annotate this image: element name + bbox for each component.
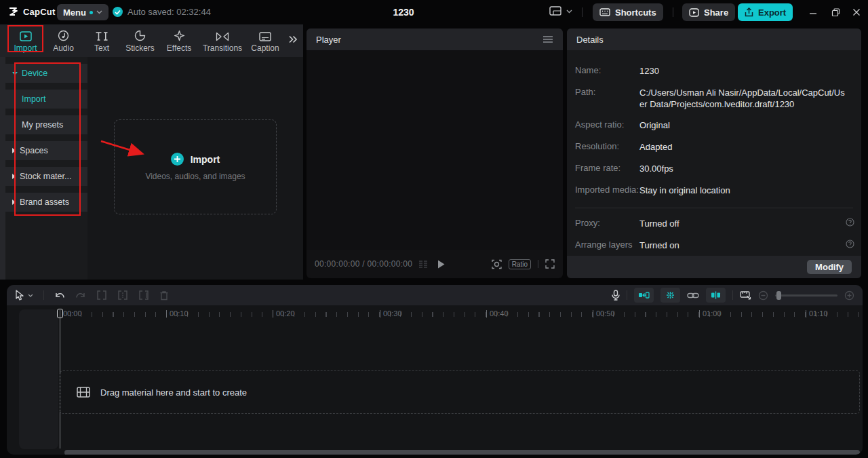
sidebar-item-label: My presets [22, 120, 63, 130]
tab-effects[interactable]: Effects [159, 24, 199, 57]
ruler-label: 01:10 [806, 309, 828, 318]
shortcuts-label: Shortcuts [615, 7, 656, 18]
stickers-icon [134, 29, 146, 41]
tab-transitions[interactable]: Transitions [199, 24, 246, 57]
slider-track[interactable] [775, 294, 837, 297]
autosave-check-icon [113, 7, 123, 17]
share-button[interactable]: Share [682, 3, 735, 21]
player-controls-divider [538, 260, 538, 268]
sidebar-item-spaces[interactable]: Spaces [5, 141, 87, 160]
chevron-down-icon[interactable] [566, 9, 572, 14]
chevron-down-icon [96, 10, 102, 14]
tab-text[interactable]: Text [83, 24, 121, 57]
sidebar-item-device[interactable]: Device [5, 64, 87, 83]
help-icon[interactable] [846, 218, 854, 227]
play-button[interactable] [437, 260, 445, 269]
toolbar-divider [627, 290, 627, 300]
zoom-in-icon[interactable] [844, 290, 854, 301]
tab-import[interactable]: Import [7, 24, 44, 57]
tab-audio[interactable]: Audio [44, 24, 83, 57]
horizontal-scrollbar[interactable] [64, 450, 860, 455]
detail-value: Original [639, 119, 843, 131]
split-left-icon[interactable] [96, 290, 107, 300]
layout-switch-icon[interactable] [549, 6, 561, 16]
main-track-magnet-toggle[interactable] [634, 288, 654, 303]
export-button[interactable]: Export [738, 3, 793, 21]
track-height-icon[interactable] [740, 290, 751, 300]
ruler-label: 00:10 [166, 309, 189, 318]
sidebar-item-brand-assets[interactable]: Brand assets [5, 193, 87, 212]
ruler-label: 00:40 [486, 309, 509, 318]
menu-button[interactable]: Menu [57, 4, 108, 20]
shortcuts-button[interactable]: Shortcuts [593, 3, 663, 21]
timeline-section: 00:00 00:10 00:20 00:30 00:40 00:50 01:0… [0, 280, 868, 458]
modify-button[interactable]: Modify [807, 260, 852, 274]
capcut-logo: CapCut [8, 6, 55, 17]
tab-label: Stickers [125, 43, 155, 53]
timeline-zoom-slider[interactable] [775, 294, 837, 297]
topbar-divider [673, 7, 673, 17]
minimize-button[interactable] [804, 4, 822, 20]
zoom-out-icon[interactable] [758, 290, 768, 301]
split-icon[interactable] [117, 290, 128, 300]
delete-icon[interactable] [159, 290, 169, 301]
select-tool-icon[interactable] [15, 290, 24, 301]
redo-icon[interactable] [75, 291, 86, 300]
detail-value: 30.00fps [639, 163, 843, 174]
slider-handle[interactable] [776, 291, 781, 300]
frame-view-icon[interactable] [418, 260, 428, 268]
audio-icon [58, 29, 69, 41]
keyboard-icon [599, 8, 610, 16]
sidebar-item-stock-materials[interactable]: Stock mater... [5, 167, 87, 186]
microphone-icon[interactable] [612, 290, 620, 301]
close-button[interactable] [848, 4, 865, 20]
preview-axis-toggle[interactable] [706, 288, 726, 303]
player-menu-icon[interactable] [542, 35, 553, 43]
caret-right-icon [12, 199, 16, 205]
tab-label: Audio [53, 43, 74, 53]
topbar-divider [582, 7, 583, 17]
media-panel: Import Audio Text Stickers [0, 24, 303, 280]
toolbar-divider [732, 290, 733, 300]
restore-button[interactable] [827, 4, 844, 20]
transitions-icon [216, 29, 229, 41]
import-dropzone[interactable]: Import Videos, audios, and images [114, 119, 277, 214]
detail-label: Frame rate: [567, 163, 639, 174]
playhead-handle[interactable] [57, 309, 63, 318]
detail-label: Path: [567, 87, 639, 110]
tab-label: Transitions [203, 43, 242, 53]
share-label: Share [704, 7, 728, 18]
more-tabs-chevron-icon[interactable] [288, 35, 298, 43]
player-header: Player [307, 28, 563, 50]
current-timecode: 00:00:00:00 [315, 259, 360, 269]
capcut-logo-icon [8, 6, 19, 17]
menu-label: Menu [63, 7, 86, 18]
ratio-button[interactable]: Ratio [509, 259, 531, 269]
app-name: CapCut [23, 7, 55, 17]
detail-label: Resolution: [567, 141, 639, 153]
chevron-down-icon[interactable] [28, 294, 33, 297]
detail-value: Stay in original location [639, 185, 843, 196]
tab-label: Import [14, 43, 37, 53]
undo-icon[interactable] [54, 291, 65, 300]
share-icon [689, 8, 699, 17]
focus-icon[interactable] [492, 259, 502, 269]
detail-label: Proxy: [567, 218, 639, 229]
panel-left-strip [0, 57, 5, 280]
detail-value: Turned off [639, 218, 843, 229]
top-bar: CapCut Menu Auto saved: 02:32:44 1230 [0, 0, 868, 24]
timeline-dropzone[interactable]: Drag material here and start to create [60, 370, 860, 414]
sidebar-item-my-presets[interactable]: My presets [5, 115, 87, 134]
sidebar-item-import[interactable]: Import [5, 90, 87, 109]
auto-snap-toggle[interactable] [660, 288, 680, 303]
tab-stickers[interactable]: Stickers [121, 24, 159, 57]
linkage-toggle[interactable] [687, 292, 699, 299]
fullscreen-icon[interactable] [545, 259, 555, 269]
help-icon[interactable] [846, 240, 854, 248]
player-controls: 00:00:00:00 / 00:00:00:00 Ratio [307, 254, 563, 274]
tab-caption[interactable]: Caption [246, 24, 284, 57]
detail-label: Arrange layers [567, 240, 639, 251]
split-right-icon[interactable] [138, 290, 149, 300]
timeline-toolbar [7, 285, 863, 305]
ruler-label: 01:00 [699, 309, 722, 318]
